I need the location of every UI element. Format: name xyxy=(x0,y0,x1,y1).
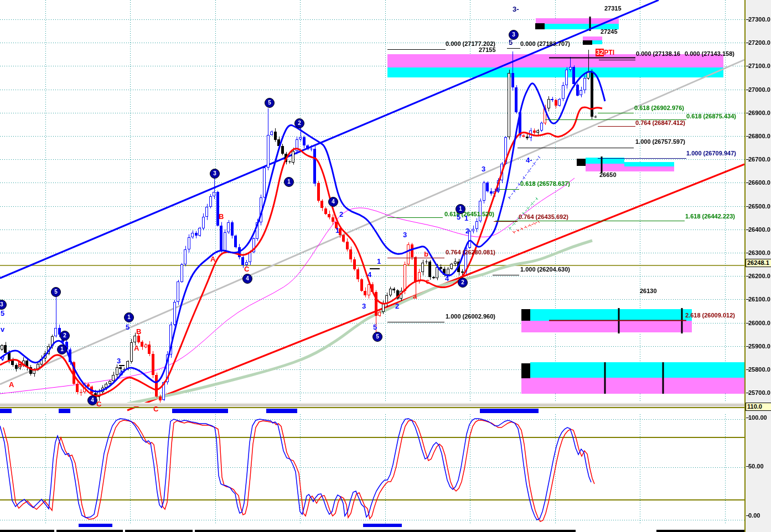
price-tag-label: 26130 xyxy=(640,288,657,295)
wave-circle-label: 3 xyxy=(210,169,220,179)
price-axis-label: 25700.0 xyxy=(748,389,770,396)
pti-label: PTI xyxy=(604,49,614,56)
price-axis-label: 25900.0 xyxy=(748,343,770,350)
price-axis-label: 26200.0 xyxy=(748,273,770,279)
price-axis-label: 26900.0 xyxy=(748,109,770,116)
wave-circle-label: 4 xyxy=(87,395,97,405)
wave-circle-label: 4 xyxy=(242,274,252,284)
fib-level-label: 0.000 (27183.707) xyxy=(520,40,570,48)
wave-count-label: 5 xyxy=(457,213,460,221)
price-axis-label: 26600.0 xyxy=(748,179,770,186)
wave-circle-label: 4 xyxy=(328,197,338,207)
fib-level-label: 2.618 (26009.012) xyxy=(685,312,735,319)
fib-level-label: 1.000 (26002.960) xyxy=(446,313,495,320)
price-axis-label: 26700.0 xyxy=(748,156,770,163)
wave-count-label: C xyxy=(244,265,249,273)
wave-count-label: 5 xyxy=(373,324,377,331)
wave-count-label: 4 xyxy=(368,271,371,278)
fib-level-label: 0.000 (27143.158) xyxy=(685,50,734,58)
price-axis-label: 27300.0 xyxy=(748,16,770,23)
price-tag-label: 26650 xyxy=(599,171,617,179)
price-axis-label: 26400.0 xyxy=(748,226,770,233)
wave-circle-label: 2 xyxy=(458,278,468,288)
wave-count-label: 5 xyxy=(1,310,4,317)
price-axis-label: 25800.0 xyxy=(748,366,770,373)
wave-count-label: A xyxy=(9,381,14,388)
wave-circle-label: 1 xyxy=(57,345,67,354)
wave-count-label: v xyxy=(1,326,4,333)
fib-level-label: 1.000 (26709.947) xyxy=(686,150,736,157)
wave-circle-label: 1 xyxy=(284,177,294,187)
price-axis-label: 26800.0 xyxy=(748,133,770,139)
pti-indicator-badge: 32PTI xyxy=(596,49,614,56)
fib-level-label: 0.618 (26578.637) xyxy=(520,180,570,187)
chart-canvas[interactable] xyxy=(0,0,771,532)
fib-level-label: 0.764 (26280.081) xyxy=(446,249,495,256)
wave-circle-label: 5 xyxy=(51,287,61,297)
wave-count-label: 5 xyxy=(509,39,513,46)
price-axis-label: 27100.0 xyxy=(748,62,770,69)
price-axis-label: 26300.0 xyxy=(748,249,770,256)
wave-count-label: 3 xyxy=(117,357,121,364)
wave-count-label: 4- xyxy=(526,157,532,164)
fib-level-label: 1.000 (26204.630) xyxy=(520,266,570,273)
wave-circle-label: 5 xyxy=(372,332,382,342)
fib-level-label: 0.618 (26451.520) xyxy=(444,211,494,218)
wave-count-label: 3- xyxy=(513,6,519,13)
wave-count-label: 3 xyxy=(482,165,485,173)
wave-count-label: 3 xyxy=(362,302,366,310)
wave-circle-label: 3 xyxy=(509,30,519,40)
wave-count-label: B xyxy=(136,328,141,335)
oscillator-axis-label: 0.00 xyxy=(748,512,760,519)
wave-count-label: a xyxy=(413,293,417,300)
oscillator-axis-label: 50.00 xyxy=(748,463,764,470)
wave-count-label: 4 xyxy=(119,369,123,377)
price-axis-label: 27200.0 xyxy=(748,39,770,46)
wave-count-label: 1 xyxy=(377,258,381,265)
wave-circle-label: 2 xyxy=(60,331,70,341)
wave-count-label: v xyxy=(1,354,4,362)
wave-count-label: 2 xyxy=(395,302,399,310)
wave-count-label: 1 xyxy=(464,215,468,222)
wave-circle-label: 1 xyxy=(124,312,134,322)
wave-count-label: 2 xyxy=(465,227,469,234)
wave-count-label: 5 xyxy=(126,324,130,331)
wave-count-label: c xyxy=(426,278,430,285)
fib-level-label: 1.000 (26757.597) xyxy=(635,138,685,145)
price-axis-label: 26100.0 xyxy=(748,296,770,302)
wave-count-label: b xyxy=(424,251,428,258)
oscillator-value-axis-box: 110.0 xyxy=(746,403,771,411)
price-tag-label: 27315 xyxy=(604,5,622,12)
trading-chart-window: 27300.027200.027100.027000.026900.026800… xyxy=(0,0,771,532)
wave-circle-label: 5 xyxy=(265,98,275,108)
wave-circle-label: 2 xyxy=(294,118,304,128)
wave-count-label: A xyxy=(210,255,215,263)
price-axis-label: 26500.0 xyxy=(748,203,770,210)
fib-level-label: 0.764 (26847.412) xyxy=(635,119,685,127)
price-tag-label: 27245 xyxy=(601,28,618,35)
wave-count-label: 2 xyxy=(339,211,343,218)
current-price-axis-box: 26248.1 xyxy=(746,259,771,267)
fib-level-label: 1.618 (26442.223) xyxy=(685,213,735,220)
fib-level-label: 0.000 (27138.16 xyxy=(636,50,680,58)
wave-count-label: 1 xyxy=(335,227,339,234)
price-axis-label: 26000.0 xyxy=(748,320,770,326)
wave-count-label: 3 xyxy=(403,231,407,238)
wave-count-label: B xyxy=(18,361,23,368)
wave-count-label: 4 xyxy=(495,186,499,194)
fib-level-label: 0.618 (26902.976) xyxy=(634,105,684,112)
wave-count-label: B xyxy=(219,213,224,220)
oscillator-axis-label: 100.00 xyxy=(748,414,767,421)
fib-level-label: 0.618 (26875.434) xyxy=(686,113,736,120)
fib-level-label: 0.764 (26435.692) xyxy=(519,213,568,221)
pti-value: 32 xyxy=(596,49,604,56)
price-tag-label: 27155 xyxy=(479,46,496,54)
price-axis-label: 27000.0 xyxy=(748,86,770,93)
wave-count-label: 4 xyxy=(445,275,449,282)
wave-count-label: C xyxy=(153,405,158,413)
wave-count-label: A xyxy=(134,345,139,352)
wave-circle-label: 1 xyxy=(456,204,465,214)
